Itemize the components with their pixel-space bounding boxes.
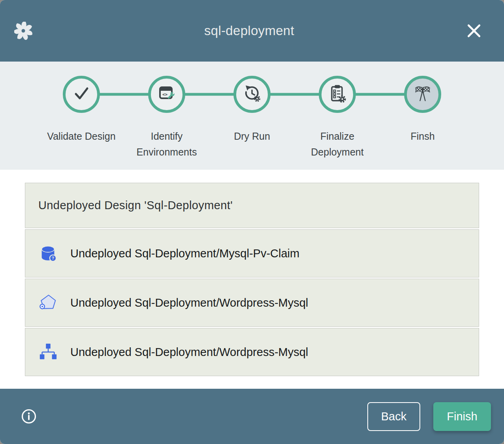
sitemap-icon: [38, 342, 58, 362]
svg-text:?: ?: [52, 256, 54, 260]
undeployed-design-text: Undeployed Design 'Sql-Deployment': [38, 199, 233, 212]
step-validate-design: Validate Design: [39, 76, 124, 160]
list-item: Undeployed Sql-Deployment/Wordpress-Mysq…: [25, 328, 479, 376]
step-circle-3: [233, 76, 271, 113]
finish-button[interactable]: Finish: [433, 402, 491, 431]
info-icon[interactable]: [21, 408, 37, 425]
undeployed-item-text: Undeployed Sql-Deployment/Wordpress-Mysq…: [70, 346, 308, 359]
sync-clock-gear-icon: [242, 83, 262, 105]
pentagon-badge-icon: [38, 293, 58, 313]
close-icon[interactable]: [466, 23, 482, 39]
checkered-flags-icon: [412, 83, 433, 105]
step-finalize-deployment: Finalize Deployment: [295, 76, 380, 160]
step-dry-run: Dry Run: [209, 76, 295, 160]
step-label-2: Identify Environments: [132, 128, 202, 160]
list-item: Undeployed Sql-Deployment/Wordpress-Mysq…: [25, 279, 479, 327]
list-item: ? Undeployed Sql-Deployment/Mysql-Pv-Cla…: [25, 229, 479, 277]
code-window-wrench-icon: <>: [156, 83, 177, 105]
step-label-1: Validate Design: [47, 128, 115, 144]
step-identify-environments: <> Identify Environments: [124, 76, 209, 160]
dialog-footer: Back Finish: [0, 389, 504, 444]
step-finish: Finsh: [380, 76, 465, 160]
clipboard-gear-icon: [327, 83, 348, 105]
deployment-wizard-dialog: sql-deployment Validate Design: [0, 0, 504, 444]
undeployed-item-text: Undeployed Sql-Deployment/Mysql-Pv-Claim: [70, 247, 299, 260]
step-circle-2: <>: [148, 76, 185, 113]
undeployed-item-text: Undeployed Sql-Deployment/Wordpress-Mysq…: [70, 296, 308, 309]
wizard-stepper: Validate Design <> Identify Environments: [0, 62, 504, 170]
step-label-5: Finsh: [410, 128, 434, 144]
step-circle-5: [404, 76, 441, 113]
svg-text:<>: <>: [162, 92, 168, 97]
step-label-4: Finalize Deployment: [302, 128, 372, 160]
list-item: Undeployed Design 'Sql-Deployment': [25, 183, 479, 228]
status-panel: Undeployed Design 'Sql-Deployment' ? Und…: [0, 170, 504, 389]
back-button[interactable]: Back: [367, 402, 420, 431]
undeployed-list: Undeployed Design 'Sql-Deployment' ? Und…: [25, 183, 479, 376]
check-icon: [71, 83, 92, 105]
step-label-3: Dry Run: [234, 128, 270, 144]
step-circle-4: [319, 76, 356, 113]
pinwheel-logo-icon: [14, 22, 32, 40]
database-question-icon: ?: [38, 244, 58, 263]
dialog-title: sql-deployment: [32, 23, 466, 38]
dialog-header: sql-deployment: [0, 0, 504, 62]
step-circle-1: [63, 76, 100, 113]
